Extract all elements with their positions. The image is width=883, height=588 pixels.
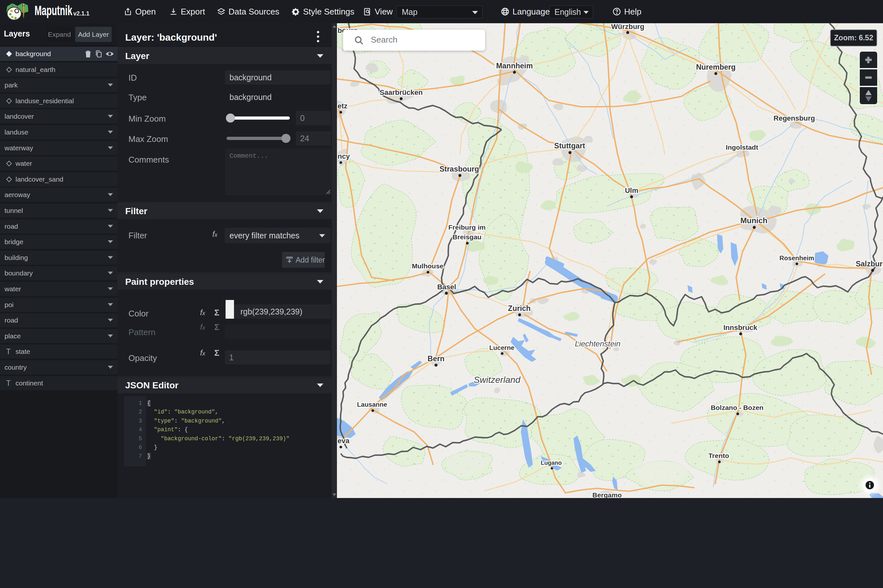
svg-text:eva: eva bbox=[338, 437, 350, 445]
svg-text:Mannheim: Mannheim bbox=[496, 62, 533, 70]
svg-text:Rosenheim: Rosenheim bbox=[779, 255, 814, 262]
svg-text:Trento: Trento bbox=[709, 452, 729, 459]
svg-text:Switzerland: Switzerland bbox=[474, 375, 521, 385]
svg-text:Ulm: Ulm bbox=[625, 186, 638, 195]
svg-text:Strasbourg: Strasbourg bbox=[440, 165, 479, 173]
svg-text:Lausanne: Lausanne bbox=[357, 401, 387, 408]
svg-text:Liechtenstein: Liechtenstein bbox=[575, 339, 620, 348]
svg-text:Salzburg: Salzburg bbox=[856, 260, 883, 268]
svg-text:Munich: Munich bbox=[740, 216, 767, 225]
svg-text:Lucerne: Lucerne bbox=[489, 344, 514, 351]
svg-text:Bergamo: Bergamo bbox=[592, 491, 622, 498]
svg-text:Bern: Bern bbox=[428, 354, 445, 363]
svg-text:Breisgau: Breisgau bbox=[452, 233, 482, 241]
svg-text:Basel: Basel bbox=[437, 283, 457, 291]
svg-text:Nuremberg: Nuremberg bbox=[696, 63, 736, 71]
svg-text:Stuttgart: Stuttgart bbox=[554, 142, 585, 150]
svg-text:Bolzano - Bozen: Bolzano - Bozen bbox=[711, 404, 763, 411]
svg-text:Freiburg im: Freiburg im bbox=[448, 224, 486, 231]
svg-text:Ingolstadt: Ingolstadt bbox=[726, 144, 758, 151]
svg-text:ncy: ncy bbox=[338, 152, 350, 160]
svg-text:Lugano: Lugano bbox=[541, 460, 562, 466]
svg-text:Saarbrücken: Saarbrücken bbox=[380, 88, 422, 96]
svg-text:Würzburg: Würzburg bbox=[611, 23, 644, 31]
svg-text:Regensburg: Regensburg bbox=[773, 114, 815, 122]
svg-text:Mulhouse: Mulhouse bbox=[412, 262, 443, 270]
svg-text:etz: etz bbox=[338, 102, 348, 110]
svg-text:Zurich: Zurich bbox=[508, 304, 530, 312]
svg-text:Innsbruck: Innsbruck bbox=[723, 324, 757, 332]
